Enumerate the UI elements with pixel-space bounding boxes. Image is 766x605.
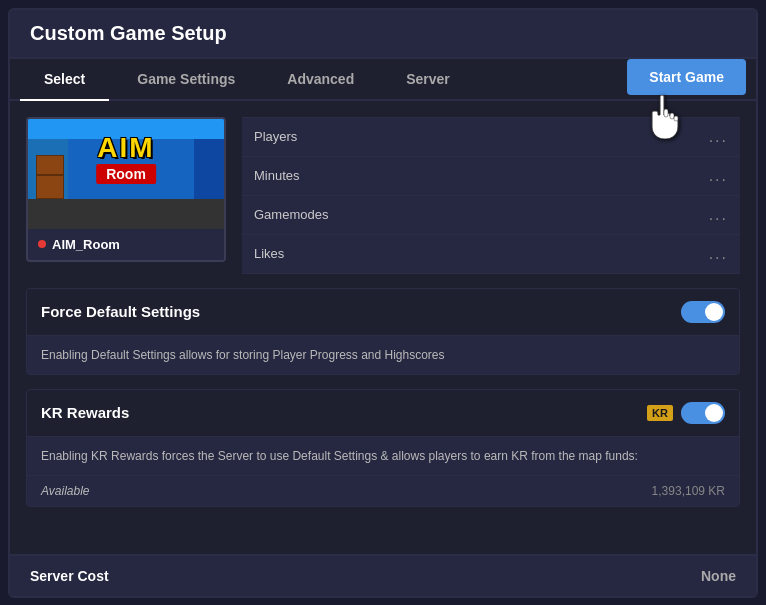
map-card[interactable]: AIM Room AIM_Room <box>26 117 226 262</box>
map-thumbnail: AIM Room <box>28 119 224 229</box>
box-decoration <box>36 155 64 175</box>
stat-label-gamemodes: Gamemodes <box>254 207 328 222</box>
stat-likes: Likes ... <box>242 235 740 274</box>
stat-value-minutes: ... <box>709 167 728 185</box>
tab-start-game[interactable]: Start Game <box>627 59 746 95</box>
tab-server[interactable]: Server <box>382 59 474 99</box>
status-dot <box>38 240 46 248</box>
kr-rewards-title: KR Rewards <box>41 404 129 421</box>
force-default-title: Force Default Settings <box>41 303 200 320</box>
stats-panel: Players ... Minutes ... Gamemodes ... Li… <box>242 117 740 274</box>
tab-advanced[interactable]: Advanced <box>263 59 378 99</box>
floor-decoration <box>28 199 224 229</box>
force-default-header: Force Default Settings <box>27 289 739 335</box>
aim-text: AIM <box>96 134 156 162</box>
stat-label-likes: Likes <box>254 246 284 261</box>
available-label: Available <box>41 484 89 498</box>
stat-gamemodes: Gamemodes ... <box>242 196 740 235</box>
map-name-row: AIM_Room <box>28 229 224 260</box>
force-default-description: Enabling Default Settings allows for sto… <box>27 335 739 374</box>
stat-label-minutes: Minutes <box>254 168 300 183</box>
stat-value-likes: ... <box>709 245 728 263</box>
kr-rewards-toggle[interactable] <box>681 402 725 424</box>
kr-badge: KR <box>647 405 673 421</box>
stat-value-players: ... <box>709 128 728 146</box>
available-row: Available 1,393,109 KR <box>27 475 739 506</box>
force-default-toggle[interactable] <box>681 301 725 323</box>
bottom-bar: Server Cost None <box>10 554 756 596</box>
available-amount: 1,393,109 KR <box>652 484 725 498</box>
stat-value-gamemodes: ... <box>709 206 728 224</box>
box-decoration <box>36 175 64 199</box>
server-cost-label: Server Cost <box>30 568 109 584</box>
stat-minutes: Minutes ... <box>242 157 740 196</box>
content-area: AIM Room AIM_Room Players ... Minutes .. <box>10 101 756 554</box>
stat-label-players: Players <box>254 129 297 144</box>
server-cost-value: None <box>701 568 736 584</box>
kr-title-area: KR Rewards <box>41 404 129 421</box>
stat-players: Players ... <box>242 117 740 157</box>
tab-bar: Select Game Settings Advanced Server Sta… <box>10 59 756 101</box>
room-text: Room <box>96 164 156 184</box>
custom-game-setup-modal: Custom Game Setup Select Game Settings A… <box>8 8 758 598</box>
kr-rewards-header: KR Rewards KR <box>27 390 739 436</box>
kr-rewards-description: Enabling KR Rewards forces the Server to… <box>27 436 739 475</box>
kr-controls: KR <box>647 402 725 424</box>
kr-rewards-section: KR Rewards KR Enabling KR Rewards forces… <box>26 389 740 507</box>
top-section: AIM Room AIM_Room Players ... Minutes .. <box>26 117 740 274</box>
force-default-section: Force Default Settings Enabling Default … <box>26 288 740 375</box>
modal-title: Custom Game Setup <box>10 10 756 59</box>
aim-sign: AIM Room <box>96 134 156 184</box>
tab-game-settings[interactable]: Game Settings <box>113 59 259 99</box>
tab-select[interactable]: Select <box>20 59 109 99</box>
map-name-label: AIM_Room <box>52 237 120 252</box>
